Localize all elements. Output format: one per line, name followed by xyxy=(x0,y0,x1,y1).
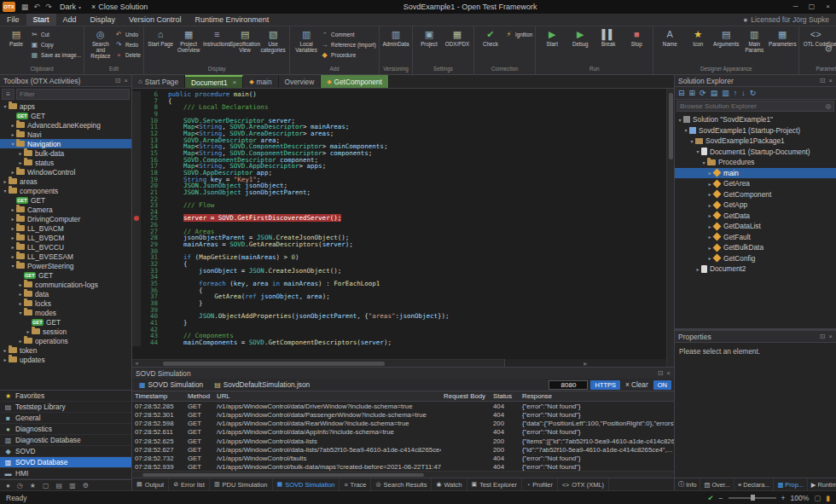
clear-button[interactable]: × Clear xyxy=(623,380,651,389)
book-icon[interactable]: ▤ xyxy=(56,482,63,490)
code-line[interactable]: 37 GetArea(ref jsonObject, area); xyxy=(132,293,666,300)
solution-item-solution-sovdexample1[interactable]: ▾Solution "SovdExample1" xyxy=(675,114,836,125)
toolbox-section-general[interactable]: ■General xyxy=(0,413,131,424)
bottom-tab-watch[interactable]: ◉Watch xyxy=(432,478,467,490)
sim-hscrollbar[interactable] xyxy=(132,471,674,478)
break-button[interactable]: ▌▌Break xyxy=(595,27,622,66)
breakpoint-gutter[interactable] xyxy=(132,196,141,203)
expander-icon[interactable]: ▸ xyxy=(25,328,32,334)
expander-icon[interactable]: ▾ xyxy=(17,310,24,316)
breakpoint-gutter[interactable] xyxy=(132,254,141,261)
expander-icon[interactable]: ▸ xyxy=(2,356,9,362)
code-line[interactable]: 35 foreach (key, area in mainAreas) : Fo… xyxy=(132,281,666,287)
instructions-button[interactable]: ≡Instructions xyxy=(203,27,230,66)
expander-icon[interactable]: ▸ xyxy=(17,300,24,306)
breakpoint-gutter[interactable] xyxy=(132,143,141,150)
code-line[interactable]: 8 /// Local Declarations xyxy=(132,104,666,111)
maximize-button[interactable]: ▢ xyxy=(804,0,820,14)
user-icon[interactable]: ● xyxy=(6,482,10,490)
menu-add[interactable]: Add xyxy=(56,14,84,26)
code-line[interactable]: 38 } xyxy=(132,300,666,307)
redo-icon[interactable]: ↷ xyxy=(43,3,55,11)
sim-hscroll-thumb[interactable] xyxy=(142,473,424,477)
toolbox-section-hmi[interactable]: ▬HMI xyxy=(0,468,131,479)
menu-start[interactable]: Start xyxy=(26,14,56,26)
toolbox-item-ll-bvsesam[interactable]: ▸LL_BVSESAM xyxy=(0,252,131,261)
comment-button[interactable]: "Comment xyxy=(321,30,376,39)
arguments-button[interactable]: ▤Arguments xyxy=(712,27,740,66)
solution-item-sovdexample1-startup-project[interactable]: ▾SovdExample1 (Startup-Project) xyxy=(675,125,836,136)
code-line[interactable]: 25 server = SOVD.GetFirstDiscoveredServe… xyxy=(132,215,666,222)
column-header-method[interactable]: Method xyxy=(185,392,214,400)
expander-icon[interactable]: ▸ xyxy=(9,122,16,128)
toolbox-item-bulk-data[interactable]: ▸bulk-data xyxy=(0,148,131,158)
hscroll-thumb[interactable] xyxy=(163,362,385,366)
main-params-button[interactable]: ▥Main Params xyxy=(740,27,768,66)
code-line[interactable]: 44 mainComponents = SOVD.GetComponentDes… xyxy=(132,339,666,346)
start-button[interactable]: ▶Start xyxy=(538,27,566,66)
expander-icon[interactable]: ▾ xyxy=(9,141,16,147)
code-line[interactable]: 21 JSON.JsonObject jsonObjectParent; xyxy=(132,189,666,196)
code-line[interactable]: 29 mainAreas = SOVD.GetAreaDescriptors(s… xyxy=(132,241,666,248)
theme-selector[interactable]: Dark ▾ xyxy=(55,0,86,14)
tab-main[interactable]: ◆main xyxy=(243,75,278,88)
toolbox-item-token[interactable]: ▸token xyxy=(0,345,131,355)
save-as-image-button[interactable]: ▦Save as image... xyxy=(31,50,81,60)
breakpoint-gutter[interactable] xyxy=(132,261,141,268)
breakpoint-gutter[interactable] xyxy=(132,209,141,216)
breakpoint-gutter[interactable] xyxy=(132,229,141,235)
breakpoint-gutter[interactable] xyxy=(132,130,141,137)
breakpoint-gutter[interactable] xyxy=(132,300,141,307)
clock-icon[interactable]: ◷ xyxy=(17,482,23,490)
procedure-button[interactable]: ◆Procedure xyxy=(321,50,376,60)
breakpoint-gutter[interactable] xyxy=(132,104,141,111)
toolbox-item-get[interactable]: GETGET xyxy=(0,195,131,205)
breakpoint-gutter[interactable] xyxy=(132,333,141,339)
expander-icon[interactable]: ▸ xyxy=(706,170,713,176)
expander-icon[interactable]: ▸ xyxy=(9,244,16,250)
scroll-right-icon[interactable]: ▸ xyxy=(504,359,666,367)
sim-table-row[interactable]: 07:28:52.285GET/v1/apps/WindowControl/da… xyxy=(132,402,674,410)
code-line[interactable]: 23 /// Flow xyxy=(132,202,666,209)
zoom-in-button[interactable]: + xyxy=(781,494,786,502)
breakpoint-gutter[interactable] xyxy=(132,137,141,144)
solution-item-getfault[interactable]: ▸GetFault xyxy=(675,232,836,243)
solution-item-document1-startup-document[interactable]: ▾Document1 (Startup-Document) xyxy=(675,147,836,158)
breakpoint-gutter[interactable] xyxy=(132,91,141,98)
expander-icon[interactable]: ▸ xyxy=(2,178,9,184)
breakpoint-gutter[interactable] xyxy=(132,320,141,327)
filter-menu-button[interactable]: ≡ xyxy=(2,89,15,100)
breakpoint-gutter[interactable] xyxy=(132,293,141,300)
breakpoint-gutter[interactable] xyxy=(132,182,141,189)
sort-desc-icon[interactable]: ↓ xyxy=(741,89,746,97)
toolbox-item-ll-bvbcm[interactable]: ▸LL_BVBCM xyxy=(0,233,131,242)
toolbox-item-status[interactable]: ▸status xyxy=(0,158,131,167)
code-line[interactable]: 31 if (MapGetSize(mainAreas) > 0) xyxy=(132,254,666,261)
breakpoint-gutter[interactable] xyxy=(132,150,141,157)
zoom-out-button[interactable]: − xyxy=(719,494,723,502)
solution-item-getconfig[interactable]: ▸GetConfig xyxy=(675,253,836,264)
expander-icon[interactable]: ▾ xyxy=(694,148,701,154)
menu-file[interactable]: File xyxy=(0,14,26,26)
solution-item-getdata[interactable]: ▸GetData xyxy=(675,211,836,222)
bottom-tab-pdu-simulation[interactable]: ▥PDU Simulation xyxy=(210,478,273,490)
expander-icon[interactable]: ▾ xyxy=(688,138,695,144)
breakpoint-gutter[interactable] xyxy=(132,124,141,130)
expander-icon[interactable]: ▸ xyxy=(17,281,24,287)
bottom-tab-search-results[interactable]: ◎Search Results xyxy=(371,478,432,490)
expand-all-icon[interactable]: ⊞ xyxy=(689,89,696,97)
zoom-slider-thumb[interactable] xyxy=(751,495,755,501)
close-icon[interactable]: × xyxy=(828,333,833,340)
https-toggle[interactable]: HTTPS xyxy=(590,380,620,390)
breakpoint-gutter[interactable] xyxy=(132,163,141,170)
solution-item-getbulkdata[interactable]: ▸GetBulkData xyxy=(675,242,836,253)
breakpoint-gutter[interactable] xyxy=(132,118,141,125)
sim-file-tab[interactable]: ▤ SovdDefaultSimulation.json xyxy=(210,379,314,391)
expander-icon[interactable]: ▸ xyxy=(9,216,16,222)
database-icon[interactable]: ▥ xyxy=(69,482,76,490)
right-tab-over[interactable]: ▤Over... xyxy=(700,478,734,490)
delete-button[interactable]: ×Delete xyxy=(115,50,141,60)
code-line[interactable]: 41 } xyxy=(132,320,666,327)
undo-icon[interactable]: ↶ xyxy=(31,3,43,11)
close-tab-icon[interactable]: × xyxy=(233,78,237,86)
